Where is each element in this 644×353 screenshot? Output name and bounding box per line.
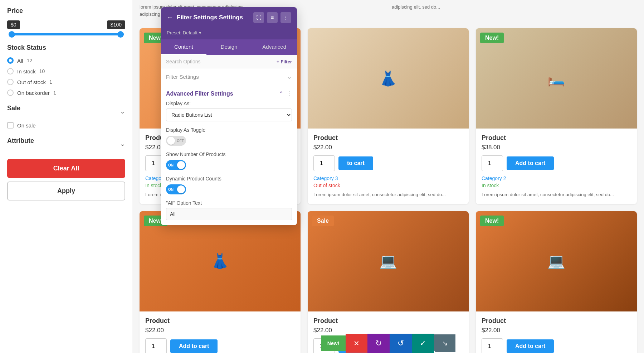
product-badge-3: New! (480, 33, 504, 43)
product-card-3: New! 🛏️ Product $38.00 Add to cart Categ… (476, 28, 637, 204)
toggle-knob-on-2 (177, 185, 185, 193)
product-img-placeholder-5: 💻 (308, 211, 469, 311)
range-thumb-left[interactable] (9, 31, 15, 38)
show-number-label: Show Number Of Products (166, 151, 292, 157)
dynamic-counts-toggle-row: Dynamic Product Counts ON (166, 176, 292, 194)
add-to-cart-button-3[interactable]: Add to cart (507, 156, 554, 170)
add-filter-button[interactable]: + Filter (277, 59, 292, 64)
stock-option-outstock[interactable]: Out of stock 1 (7, 79, 125, 85)
price-section: Price $0 $100 (7, 7, 125, 35)
product-title-6: Product (482, 317, 631, 325)
preset-label[interactable]: Preset: Default ▾ (167, 30, 201, 35)
on-sale-label: On sale (17, 122, 36, 129)
stock-option-instock[interactable]: In stock 10 (7, 68, 125, 74)
price-range-slider[interactable] (9, 33, 124, 35)
product-badge-5: Sale (312, 216, 334, 226)
show-number-toggle[interactable]: ON (166, 160, 186, 170)
radio-all[interactable] (7, 57, 14, 64)
filter-settings-row[interactable]: Filter Settings ⌄ (161, 68, 297, 85)
sidebar: Price $0 $100 Stock Status All 12 In sto… (0, 0, 132, 353)
top-text-2: adipiscing elit, sed do... (392, 4, 637, 18)
search-options-row: Search Options + Filter (161, 55, 297, 68)
toolbar-confirm-button[interactable]: ✓ (412, 334, 434, 353)
product-price-3: $38.00 (482, 144, 631, 151)
sale-header[interactable]: Sale ⌄ (7, 105, 125, 118)
product-card-5: Sale 💻 Product $22.00 Add to cart Catego… (308, 211, 469, 353)
toggle-on-text-2: ON (168, 188, 174, 192)
price-range-labels: $0 $100 (7, 20, 125, 29)
advanced-header-icons: ⌃ ⋮ (279, 90, 292, 97)
filter-panel-title-row: ← Filter Settings Settings (167, 14, 243, 21)
advanced-more-icon[interactable]: ⋮ (286, 90, 292, 97)
product-title-5: Product (313, 317, 463, 325)
radio-instock[interactable] (7, 68, 14, 74)
on-sale-row[interactable]: On sale (7, 122, 125, 129)
product-price-6: $22.00 (482, 327, 631, 334)
product-qty-row-2: to cart (313, 155, 463, 171)
stock-option-all[interactable]: All 12 (7, 57, 125, 64)
stock-instock-count: 10 (39, 68, 45, 74)
product-image-4: New! 👗 (140, 211, 301, 311)
add-to-cart-button-2[interactable]: to cart (338, 156, 373, 170)
product-title-2: Product (313, 134, 463, 142)
advanced-chevron-icon[interactable]: ⌃ (279, 90, 283, 97)
product-stock-2: Out of stock (313, 183, 463, 188)
product-info-2: Product $22.00 to cart Category 3 Out of… (308, 129, 469, 204)
all-option-label: "All" Option Text (166, 200, 292, 206)
radio-backorder[interactable] (7, 90, 14, 96)
product-qty-2[interactable] (313, 155, 335, 171)
product-img-placeholder-4: 👗 (140, 211, 301, 311)
attribute-chevron-icon: ⌄ (120, 140, 125, 148)
show-number-toggle-row: Show Number Of Products ON (166, 151, 292, 170)
stock-backorder-label: On backorder (17, 90, 50, 96)
dynamic-counts-toggle[interactable]: ON (166, 184, 186, 194)
filter-settings-chevron-icon: ⌄ (287, 73, 292, 81)
on-sale-checkbox[interactable] (7, 122, 14, 129)
radio-outstock[interactable] (7, 79, 14, 85)
attribute-section: Attribute ⌄ (7, 137, 125, 150)
attribute-header[interactable]: Attribute ⌄ (7, 137, 125, 150)
toolbar-new-button[interactable]: New! (321, 335, 346, 351)
tab-content[interactable]: Content (161, 39, 206, 55)
all-option-input[interactable] (166, 208, 292, 220)
product-price-4: $22.00 (145, 327, 295, 334)
advanced-title: Advanced Filter Settings (166, 91, 233, 97)
toolbar-redo-button[interactable]: ↺ (390, 334, 412, 353)
toolbar-corner-button[interactable]: ↘ (434, 334, 455, 352)
toolbar-close-button[interactable]: ✕ (346, 334, 367, 353)
stock-outstock-count: 1 (49, 79, 52, 85)
advanced-header: Advanced Filter Settings ⌃ ⋮ (166, 85, 292, 101)
product-stock-3: In stock (482, 183, 631, 188)
product-qty-3[interactable] (482, 155, 503, 171)
product-desc-2: Lorem ipsum dolor sit amet, consectetur … (313, 191, 463, 198)
stock-option-backorder[interactable]: On backorder 1 (7, 90, 125, 96)
product-category-3: Category 2 (482, 175, 631, 181)
display-as-select[interactable]: Radio Buttons List Checkboxes Dropdown C… (166, 108, 292, 121)
tab-design[interactable]: Design (206, 39, 252, 55)
price-min-label: $0 (7, 20, 20, 29)
toggle-off-text: OFF (177, 139, 184, 143)
panel-columns-icon[interactable]: ≡ (267, 12, 278, 23)
toggle-knob-on-1 (177, 161, 185, 169)
clear-all-button[interactable]: Clear All (7, 159, 125, 178)
dynamic-counts-label: Dynamic Product Counts (166, 176, 292, 182)
main-content: lorem ipsum dolor sit amet, consectetur … (132, 0, 644, 353)
stock-all-label: All (17, 58, 23, 64)
toolbar-undo-button[interactable]: ↻ (367, 334, 390, 353)
attribute-title: Attribute (7, 137, 34, 145)
range-thumb-right[interactable] (117, 31, 124, 38)
panel-resize-icon[interactable]: ⛶ (253, 12, 264, 23)
apply-button[interactable]: Apply (7, 182, 125, 200)
sale-chevron-icon: ⌄ (120, 107, 125, 115)
product-title-3: Product (482, 134, 631, 142)
sale-section: Sale ⌄ On sale (7, 105, 125, 129)
stock-outstock-label: Out of stock (17, 79, 46, 85)
back-icon[interactable]: ← (167, 14, 173, 21)
tab-advanced[interactable]: Advanced (252, 39, 297, 55)
product-img-placeholder-6: 💻 (476, 211, 637, 311)
display-as-toggle[interactable]: OFF (166, 136, 186, 146)
product-qty-row-3: Add to cart (482, 155, 631, 171)
panel-more-icon[interactable]: ⋮ (280, 12, 291, 23)
stock-instock-label: In stock (17, 68, 36, 74)
advanced-filter-section: Advanced Filter Settings ⌃ ⋮ Display As:… (161, 85, 297, 225)
